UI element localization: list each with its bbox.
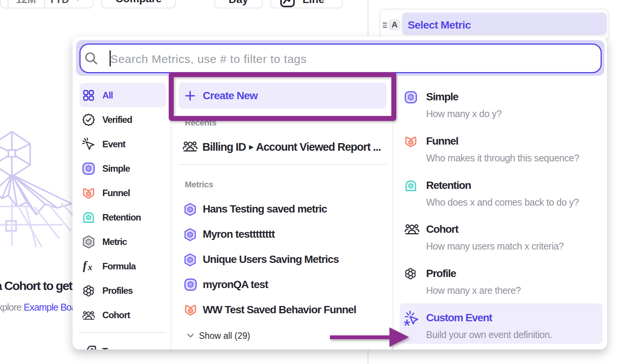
svg-text:f: f xyxy=(83,260,88,272)
svg-text:x: x xyxy=(87,262,92,272)
